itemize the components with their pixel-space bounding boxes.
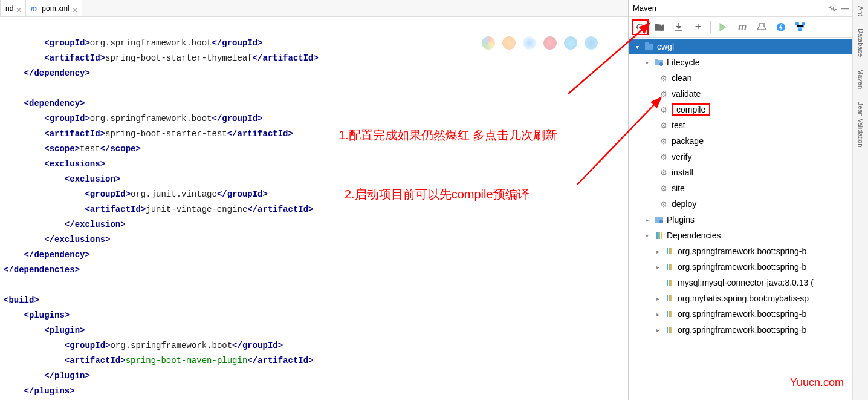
svg-rect-18 xyxy=(667,264,668,270)
opera-icon[interactable] xyxy=(543,36,557,50)
tree-label: org.springframework.boot:spring-b xyxy=(678,309,806,319)
svg-text:+: + xyxy=(660,22,663,28)
svg-rect-5 xyxy=(795,22,799,25)
tree-label: compile xyxy=(672,103,710,116)
code-editor[interactable]: <groupId>org.springframework.boot</group… xyxy=(0,17,628,400)
offline-button[interactable] xyxy=(772,19,789,35)
rail-ant[interactable]: Ant xyxy=(857,6,864,16)
gear-icon[interactable] xyxy=(828,4,837,13)
svg-point-11 xyxy=(659,220,663,223)
artifactid-text: spring-boot-starter-test xyxy=(105,129,227,139)
tree-label: org.springframework.boot:spring-b xyxy=(678,325,806,335)
folder-gear-icon xyxy=(653,215,664,225)
tree-goal-test[interactable]: ⚙test xyxy=(629,117,852,133)
tree-project-cwgl[interactable]: ▾ cwgl xyxy=(629,39,852,54)
svg-rect-27 xyxy=(667,311,668,317)
close-icon[interactable]: ✕ xyxy=(72,6,77,11)
firefox-icon[interactable] xyxy=(502,36,516,50)
gear-icon: ⚙ xyxy=(658,200,669,209)
rail-database[interactable]: Database xyxy=(857,28,864,57)
svg-rect-28 xyxy=(669,311,670,317)
groupid-text: org.junit.vintage xyxy=(131,189,217,199)
tree-goal-install[interactable]: ⚙install xyxy=(629,165,852,180)
gear-icon: ⚙ xyxy=(658,184,669,193)
minimize-icon[interactable]: — xyxy=(841,4,849,13)
tree-dep-4[interactable]: ▸org.mybatis.spring.boot:mybatis-sp xyxy=(629,290,852,306)
svg-rect-8 xyxy=(645,44,653,50)
skip-tests-button[interactable] xyxy=(753,19,770,35)
plus-button[interactable]: + xyxy=(690,19,707,35)
tree-label: install xyxy=(672,168,693,177)
svg-rect-17 xyxy=(670,248,672,254)
rail-bean[interactable]: Bean Validation xyxy=(857,101,864,147)
add-project-button[interactable]: + xyxy=(651,19,668,35)
tree-goal-validate[interactable]: ⚙validate xyxy=(629,86,852,102)
tree-goal-verify[interactable]: ⚙verify xyxy=(629,149,852,165)
chevron-right-icon: ▸ xyxy=(653,311,662,318)
edge-icon[interactable] xyxy=(585,36,598,50)
svg-rect-9 xyxy=(645,42,649,44)
tree-dep-1[interactable]: ▸org.springframework.boot:spring-b xyxy=(629,243,852,259)
download-button[interactable] xyxy=(670,19,687,35)
tree-dependencies[interactable]: ▾ Dependencies xyxy=(629,228,852,243)
tree-label: Dependencies xyxy=(667,231,721,240)
lib-icon xyxy=(664,326,675,334)
lib-icon xyxy=(664,294,675,303)
tree-dep-6[interactable]: ▸org.springframework.boot:spring-b xyxy=(629,322,852,338)
groupid-text: org.springframework.boot xyxy=(110,341,232,350)
tree-lifecycle[interactable]: ▾ Lifecycle xyxy=(629,54,852,70)
tab-pom[interactable]: m pom.xml ✕ xyxy=(26,0,82,16)
ie-icon[interactable] xyxy=(564,36,577,50)
tree-goal-clean[interactable]: ⚙clean xyxy=(629,70,852,86)
tree-label: org.springframework.boot:spring-b xyxy=(678,262,806,272)
tree-goal-compile[interactable]: ⚙compile xyxy=(629,102,852,117)
tree-label: site xyxy=(672,183,685,193)
tree-dep-5[interactable]: ▸org.springframework.boot:spring-b xyxy=(629,306,852,322)
svg-rect-20 xyxy=(670,264,672,270)
tree-goal-site[interactable]: ⚙site xyxy=(629,180,852,196)
play-icon xyxy=(719,23,727,31)
maven-toolbar: + + m xyxy=(629,17,852,38)
tree-dep-3[interactable]: mysql:mysql-connector-java:8.0.13 ( xyxy=(629,275,852,290)
gear-icon: ⚙ xyxy=(658,152,669,162)
tree-label: mysql:mysql-connector-java:8.0.13 ( xyxy=(678,278,814,287)
tree-dep-2[interactable]: ▸org.springframework.boot:spring-b xyxy=(629,259,852,275)
rail-maven[interactable]: Maven xyxy=(857,69,864,89)
lib-icon xyxy=(664,310,675,318)
svg-rect-30 xyxy=(667,327,668,333)
tree-plugins[interactable]: ▸ Plugins xyxy=(629,212,852,228)
tree-goal-deploy[interactable]: ⚙deploy xyxy=(629,196,852,212)
show-deps-button[interactable] xyxy=(792,19,809,35)
lib-icon xyxy=(664,247,675,255)
watermark: Yuucn.com xyxy=(790,376,844,389)
browser-icons xyxy=(482,36,598,50)
tab-prev[interactable]: nd ✕ xyxy=(0,0,26,16)
svg-rect-25 xyxy=(669,295,670,301)
lightning-icon xyxy=(776,22,786,32)
tree-goal-package[interactable]: ⚙package xyxy=(629,133,852,149)
maven-m-button[interactable]: m xyxy=(734,19,751,35)
lib-icon xyxy=(664,278,675,287)
scope-text: test xyxy=(80,144,100,154)
rail-label: Database xyxy=(857,28,864,57)
svg-rect-24 xyxy=(667,295,668,301)
artifactid-text: spring-boot-maven-plugin xyxy=(126,356,248,366)
svg-rect-22 xyxy=(669,280,670,286)
refresh-button[interactable] xyxy=(632,19,649,35)
close-icon[interactable]: ✕ xyxy=(16,6,21,11)
right-tool-rail: Ant Database Maven Bean Validation xyxy=(852,0,868,400)
chevron-right-icon: ▸ xyxy=(653,295,662,302)
run-button[interactable] xyxy=(714,19,731,35)
chrome-icon[interactable] xyxy=(482,36,495,50)
refresh-icon xyxy=(635,22,646,33)
folder-gear-icon xyxy=(653,57,664,67)
tree-label: org.springframework.boot:spring-b xyxy=(678,246,806,256)
chevron-down-icon: ▾ xyxy=(633,44,641,50)
tree-label: Plugins xyxy=(667,215,695,225)
maven-panel: Maven — + + m ▾ cwgl ▾ Lifecycle ⚙clean xyxy=(629,0,852,400)
folder-plus-icon: + xyxy=(654,22,665,33)
safari-icon[interactable] xyxy=(523,36,536,50)
chevron-right-icon: ▸ xyxy=(653,248,662,255)
chevron-down-icon: ▾ xyxy=(643,59,651,66)
rail-label: Maven xyxy=(857,69,864,89)
